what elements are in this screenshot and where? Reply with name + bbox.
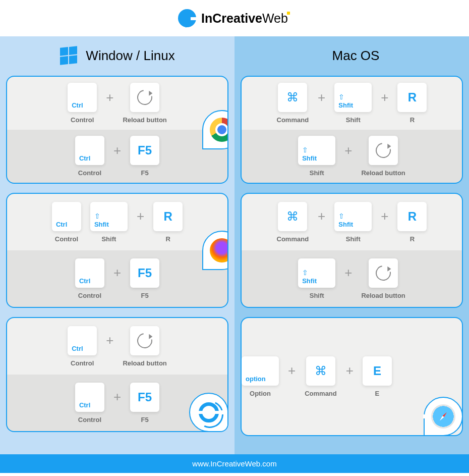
plus-icon: + xyxy=(381,202,388,231)
key-shift: ⇧Shfit xyxy=(90,202,128,231)
keylabel-reload: Reload button xyxy=(361,292,405,299)
reload-icon xyxy=(134,330,155,351)
key-shift: ⇧Shfit xyxy=(334,202,372,231)
key-shift: ⇧Shfit xyxy=(298,258,335,288)
shortcut-row: ⇧ShfitShift + Reload button xyxy=(242,130,462,183)
key-ctrl: Ctrl xyxy=(75,136,104,165)
plus-icon: + xyxy=(318,202,325,231)
safari-icon xyxy=(431,404,455,429)
key-ctrl: Ctrl xyxy=(68,326,97,355)
shortcut-row: optionOption + ⌘Command + EE xyxy=(242,318,392,435)
main-grid: Window / Linux CtrlControl + Reload butt… xyxy=(0,36,469,454)
key-ctrl: Ctrl xyxy=(75,258,104,288)
plus-icon: + xyxy=(344,258,352,288)
keylabel-control: Control xyxy=(78,169,101,177)
keylabel-f5: F5 xyxy=(141,169,149,177)
plus-icon: + xyxy=(113,383,121,412)
keylabel-option: Option xyxy=(250,390,271,397)
logo-accent xyxy=(287,12,290,15)
shortcut-row: ⌘Command + ⇧ShfitShift + RR xyxy=(242,194,462,250)
keylabel-shift: Shift xyxy=(101,235,116,243)
badge-safari xyxy=(424,397,463,436)
card-chrome-mac: ⌘Command + ⇧ShfitShift + RR ⇧ShfitShift … xyxy=(241,76,463,184)
shortcut-row: CtrlControl ⇧ShfitShift + RR xyxy=(7,194,227,250)
keylabel-shift: Shift xyxy=(310,292,324,299)
logo-text: InCreativeWeb xyxy=(201,11,291,26)
keylabel-f5: F5 xyxy=(141,416,149,424)
keylabel-r: R xyxy=(410,116,415,124)
column-macos: Mac OS ⌘Command + ⇧ShfitShift + RR ⇧Shfi… xyxy=(234,36,469,454)
heading-windows-linux: Window / Linux xyxy=(6,45,228,66)
plus-icon: + xyxy=(113,258,121,288)
shortcut-row: CtrlControl + F5F5 xyxy=(7,130,227,183)
keylabel-shift: Shift xyxy=(346,116,361,124)
key-ctrl: Ctrl xyxy=(68,83,97,112)
key-reload xyxy=(369,136,398,165)
keylabel-control: Control xyxy=(71,116,94,124)
key-command: ⌘ xyxy=(278,202,307,231)
keylabel-f5: F5 xyxy=(141,292,149,299)
key-f5: F5 xyxy=(130,258,159,288)
plus-icon: + xyxy=(137,202,144,231)
reload-icon xyxy=(373,262,394,284)
key-f5: F5 xyxy=(130,383,159,412)
keylabel-reload: Reload button xyxy=(123,116,166,124)
shortcut-row: CtrlControl + Reload button xyxy=(7,77,227,130)
heading-text-left: Window / Linux xyxy=(86,48,174,64)
reload-icon xyxy=(373,140,394,161)
card-ie-windows: CtrlControl + Reload button CtrlControl … xyxy=(6,317,228,432)
key-e: E xyxy=(363,356,392,386)
keylabel-shift: Shift xyxy=(346,235,361,243)
key-shift: ⇧Shfit xyxy=(334,83,372,112)
plus-icon: + xyxy=(344,136,352,165)
keylabel-e: E xyxy=(375,390,380,397)
key-option: option xyxy=(242,356,279,386)
card-safari-mac: optionOption + ⌘Command + EE xyxy=(241,317,463,436)
keylabel-command: Command xyxy=(277,116,309,124)
plus-icon: + xyxy=(318,83,325,112)
key-command: ⌘ xyxy=(306,356,335,386)
reload-icon xyxy=(134,87,155,108)
logo-icon xyxy=(178,9,196,27)
key-f5: F5 xyxy=(130,136,159,165)
card-chrome-windows: CtrlControl + Reload button CtrlControl … xyxy=(6,76,228,184)
footer: www.InCreativeWeb.com xyxy=(0,454,469,473)
brand-part1: InCreative xyxy=(201,11,262,25)
plus-icon: + xyxy=(381,83,388,112)
key-reload xyxy=(369,258,398,288)
shortcut-row: ⌘Command + ⇧ShfitShift + RR xyxy=(242,77,462,130)
keylabel-control: Control xyxy=(71,359,94,367)
keylabel-reload: Reload button xyxy=(361,169,405,177)
windows-icon xyxy=(60,45,78,66)
keylabel-control: Control xyxy=(55,235,78,243)
keylabel-r: R xyxy=(165,235,170,243)
key-r: R xyxy=(153,202,183,231)
card-firefox-windows: CtrlControl ⇧ShfitShift + RR CtrlControl… xyxy=(6,193,228,308)
key-r: R xyxy=(397,202,427,231)
shortcut-row: CtrlControl + Reload button xyxy=(7,318,227,375)
keylabel-reload: Reload button xyxy=(123,359,166,367)
keylabel-command: Command xyxy=(305,390,337,397)
key-ctrl: Ctrl xyxy=(75,383,104,412)
key-command: ⌘ xyxy=(278,83,307,112)
key-reload xyxy=(130,83,159,112)
plus-icon: + xyxy=(288,356,296,386)
footer-url: www.InCreativeWeb.com xyxy=(192,459,276,468)
keylabel-control: Control xyxy=(78,416,101,424)
shortcut-row: CtrlControl + F5F5 xyxy=(7,250,227,307)
firefox-icon xyxy=(210,238,228,262)
keylabel-r: R xyxy=(410,235,415,243)
header: InCreativeWeb xyxy=(0,0,469,36)
key-reload xyxy=(130,326,159,355)
plus-icon: + xyxy=(346,356,354,386)
badge-ie xyxy=(189,393,228,432)
keylabel-command: Command xyxy=(277,235,309,243)
plus-icon: + xyxy=(106,326,113,355)
keylabel-shift: Shift xyxy=(310,169,324,177)
column-windows-linux: Window / Linux CtrlControl + Reload butt… xyxy=(0,36,234,454)
ie-icon xyxy=(199,402,219,422)
card-firefox-mac: ⌘Command + ⇧ShfitShift + RR ⇧ShfitShift … xyxy=(241,193,463,308)
key-r: R xyxy=(397,83,427,112)
key-shift: ⇧Shfit xyxy=(298,136,335,165)
keylabel-control: Control xyxy=(78,292,101,299)
